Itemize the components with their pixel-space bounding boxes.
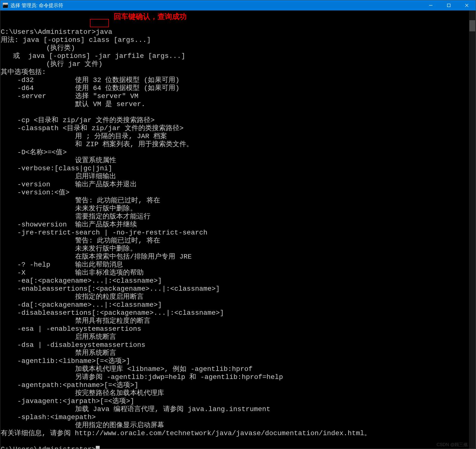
titlebar[interactable]: 选择 管理员: 命令提示符 xyxy=(0,0,476,10)
annotation-text: 回车键确认，查询成功 xyxy=(114,12,187,22)
minimize-button[interactable] xyxy=(422,0,440,10)
close-button[interactable] xyxy=(458,0,476,10)
scroll-thumb[interactable] xyxy=(469,20,475,31)
terminal-area: C:\Users\Administrator>java 用法: java [-o… xyxy=(0,10,476,449)
maximize-icon xyxy=(447,3,451,7)
watermark: CSDN @顾三殇 xyxy=(437,442,468,448)
window-title: 选择 管理员: 命令提示符 xyxy=(10,2,422,9)
terminal-output[interactable]: C:\Users\Administrator>java 用法: java [-o… xyxy=(0,10,469,449)
minimize-icon xyxy=(429,3,433,7)
terminal-cursor xyxy=(96,446,100,449)
maximize-button[interactable] xyxy=(440,0,458,10)
command-prompt-window: 选择 管理员: 命令提示符 C:\Users\Administrator>jav… xyxy=(0,0,476,449)
cmd-icon xyxy=(3,3,8,8)
svg-rect-1 xyxy=(447,4,450,7)
vertical-scrollbar[interactable] xyxy=(469,10,476,449)
close-icon xyxy=(465,3,469,7)
window-controls xyxy=(422,0,476,10)
